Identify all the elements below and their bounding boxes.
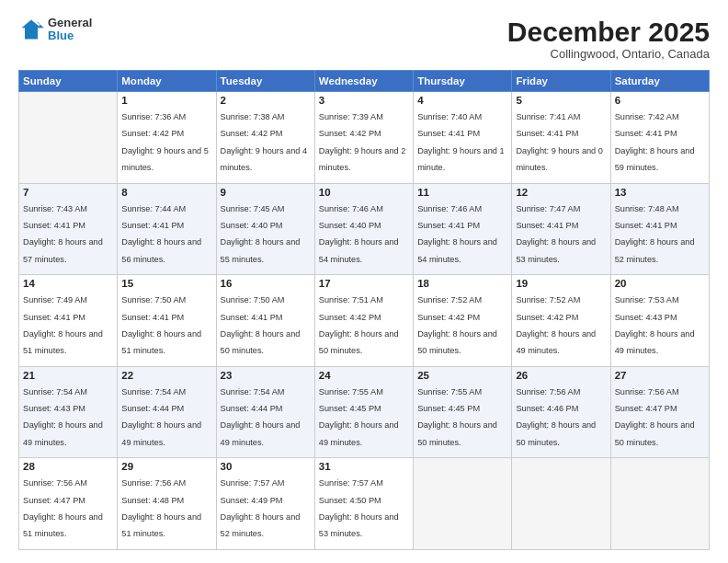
table-row — [19, 92, 118, 184]
day-number: 10 — [319, 187, 409, 198]
day-info: Sunrise: 7:40 AMSunset: 4:41 PMDaylight:… — [417, 112, 505, 172]
day-number: 31 — [319, 461, 409, 472]
day-info: Sunrise: 7:44 AMSunset: 4:41 PMDaylight:… — [121, 204, 201, 264]
table-row: 4Sunrise: 7:40 AMSunset: 4:41 PMDaylight… — [414, 92, 512, 184]
day-number: 5 — [516, 95, 606, 106]
day-info: Sunrise: 7:57 AMSunset: 4:49 PMDaylight:… — [221, 478, 301, 538]
table-row: 10Sunrise: 7:46 AMSunset: 4:40 PMDayligh… — [314, 183, 413, 275]
table-row: 11Sunrise: 7:46 AMSunset: 4:41 PMDayligh… — [414, 183, 512, 275]
day-number: 22 — [121, 370, 211, 381]
day-info: Sunrise: 7:55 AMSunset: 4:45 PMDaylight:… — [417, 387, 497, 447]
day-number: 4 — [417, 95, 507, 106]
day-number: 14 — [23, 278, 113, 289]
day-info: Sunrise: 7:46 AMSunset: 4:40 PMDaylight:… — [319, 204, 399, 264]
table-row: 6Sunrise: 7:42 AMSunset: 4:41 PMDaylight… — [610, 92, 709, 184]
col-saturday: Saturday — [610, 71, 709, 92]
table-row: 29Sunrise: 7:56 AMSunset: 4:48 PMDayligh… — [118, 458, 216, 550]
table-row: 22Sunrise: 7:54 AMSunset: 4:44 PMDayligh… — [118, 366, 216, 458]
table-row: 26Sunrise: 7:56 AMSunset: 4:46 PMDayligh… — [512, 366, 610, 458]
day-info: Sunrise: 7:54 AMSunset: 4:44 PMDaylight:… — [121, 387, 201, 447]
calendar-header-row: Sunday Monday Tuesday Wednesday Thursday… — [19, 71, 710, 92]
table-row: 9Sunrise: 7:45 AMSunset: 4:40 PMDaylight… — [216, 183, 314, 275]
location-subtitle: Collingwood, Ontario, Canada — [507, 47, 710, 61]
day-number: 11 — [417, 187, 507, 198]
day-number: 15 — [121, 278, 211, 289]
day-number: 18 — [417, 278, 507, 289]
table-row: 23Sunrise: 7:54 AMSunset: 4:44 PMDayligh… — [216, 366, 314, 458]
table-row: 16Sunrise: 7:50 AMSunset: 4:41 PMDayligh… — [216, 275, 314, 367]
day-number: 17 — [319, 278, 409, 289]
table-row: 2Sunrise: 7:38 AMSunset: 4:42 PMDaylight… — [216, 92, 314, 184]
table-row: 19Sunrise: 7:52 AMSunset: 4:42 PMDayligh… — [512, 275, 610, 367]
title-block: December 2025 Collingwood, Ontario, Cana… — [507, 17, 710, 61]
logo-icon — [18, 17, 44, 42]
day-info: Sunrise: 7:54 AMSunset: 4:43 PMDaylight:… — [23, 387, 103, 447]
logo-blue-text: Blue — [48, 29, 92, 42]
day-info: Sunrise: 7:45 AMSunset: 4:40 PMDaylight:… — [221, 204, 301, 264]
table-row: 28Sunrise: 7:56 AMSunset: 4:47 PMDayligh… — [19, 458, 118, 550]
day-info: Sunrise: 7:43 AMSunset: 4:41 PMDaylight:… — [23, 204, 103, 264]
table-row: 1Sunrise: 7:36 AMSunset: 4:42 PMDaylight… — [118, 92, 216, 184]
table-row — [414, 458, 512, 550]
logo-text: General Blue — [48, 17, 92, 43]
day-number: 21 — [23, 370, 113, 381]
header: General Blue December 2025 Collingwood, … — [18, 17, 710, 61]
logo-general-text: General — [48, 17, 92, 29]
table-row: 31Sunrise: 7:57 AMSunset: 4:50 PMDayligh… — [314, 458, 413, 550]
day-number: 1 — [121, 95, 211, 106]
day-number: 27 — [615, 370, 705, 381]
day-info: Sunrise: 7:56 AMSunset: 4:47 PMDaylight:… — [615, 387, 695, 447]
day-info: Sunrise: 7:55 AMSunset: 4:45 PMDaylight:… — [319, 387, 399, 447]
table-row: 30Sunrise: 7:57 AMSunset: 4:49 PMDayligh… — [216, 458, 314, 550]
table-row: 5Sunrise: 7:41 AMSunset: 4:41 PMDaylight… — [512, 92, 610, 184]
table-row: 13Sunrise: 7:48 AMSunset: 4:41 PMDayligh… — [610, 183, 709, 275]
day-number: 12 — [516, 187, 606, 198]
day-number: 29 — [121, 461, 211, 472]
day-info: Sunrise: 7:56 AMSunset: 4:46 PMDaylight:… — [516, 387, 596, 447]
day-number: 8 — [121, 187, 211, 198]
day-number: 25 — [417, 370, 507, 381]
day-info: Sunrise: 7:49 AMSunset: 4:41 PMDaylight:… — [23, 295, 103, 355]
table-row: 12Sunrise: 7:47 AMSunset: 4:41 PMDayligh… — [512, 183, 610, 275]
calendar-table: Sunday Monday Tuesday Wednesday Thursday… — [18, 70, 710, 550]
day-number: 2 — [221, 95, 311, 106]
table-row — [610, 458, 709, 550]
day-number: 30 — [221, 461, 311, 472]
month-title: December 2025 — [507, 17, 710, 47]
logo: General Blue — [18, 17, 92, 43]
table-row: 7Sunrise: 7:43 AMSunset: 4:41 PMDaylight… — [19, 183, 118, 275]
day-info: Sunrise: 7:48 AMSunset: 4:41 PMDaylight:… — [615, 204, 695, 264]
col-monday: Monday — [118, 71, 216, 92]
table-row: 20Sunrise: 7:53 AMSunset: 4:43 PMDayligh… — [610, 275, 709, 367]
col-thursday: Thursday — [414, 71, 512, 92]
day-number: 13 — [615, 187, 705, 198]
day-info: Sunrise: 7:36 AMSunset: 4:42 PMDaylight:… — [121, 112, 209, 172]
table-row — [512, 458, 610, 550]
day-number: 3 — [319, 95, 409, 106]
col-wednesday: Wednesday — [314, 71, 413, 92]
col-friday: Friday — [512, 71, 610, 92]
table-row: 18Sunrise: 7:52 AMSunset: 4:42 PMDayligh… — [414, 275, 512, 367]
day-info: Sunrise: 7:39 AMSunset: 4:42 PMDaylight:… — [319, 112, 406, 172]
day-info: Sunrise: 7:52 AMSunset: 4:42 PMDaylight:… — [516, 295, 596, 355]
day-info: Sunrise: 7:56 AMSunset: 4:48 PMDaylight:… — [121, 478, 201, 538]
day-info: Sunrise: 7:50 AMSunset: 4:41 PMDaylight:… — [221, 295, 301, 355]
day-info: Sunrise: 7:41 AMSunset: 4:41 PMDaylight:… — [516, 112, 603, 172]
col-tuesday: Tuesday — [216, 71, 314, 92]
day-number: 7 — [23, 187, 113, 198]
day-info: Sunrise: 7:57 AMSunset: 4:50 PMDaylight:… — [319, 478, 399, 538]
day-info: Sunrise: 7:54 AMSunset: 4:44 PMDaylight:… — [221, 387, 301, 447]
day-number: 19 — [516, 278, 606, 289]
day-number: 20 — [615, 278, 705, 289]
day-info: Sunrise: 7:53 AMSunset: 4:43 PMDaylight:… — [615, 295, 695, 355]
day-info: Sunrise: 7:52 AMSunset: 4:42 PMDaylight:… — [417, 295, 497, 355]
table-row: 15Sunrise: 7:50 AMSunset: 4:41 PMDayligh… — [118, 275, 216, 367]
table-row: 21Sunrise: 7:54 AMSunset: 4:43 PMDayligh… — [19, 366, 118, 458]
day-number: 9 — [221, 187, 311, 198]
table-row: 24Sunrise: 7:55 AMSunset: 4:45 PMDayligh… — [314, 366, 413, 458]
day-number: 16 — [221, 278, 311, 289]
table-row: 3Sunrise: 7:39 AMSunset: 4:42 PMDaylight… — [314, 92, 413, 184]
day-number: 28 — [23, 461, 113, 472]
table-row: 8Sunrise: 7:44 AMSunset: 4:41 PMDaylight… — [118, 183, 216, 275]
day-info: Sunrise: 7:56 AMSunset: 4:47 PMDaylight:… — [23, 478, 103, 538]
